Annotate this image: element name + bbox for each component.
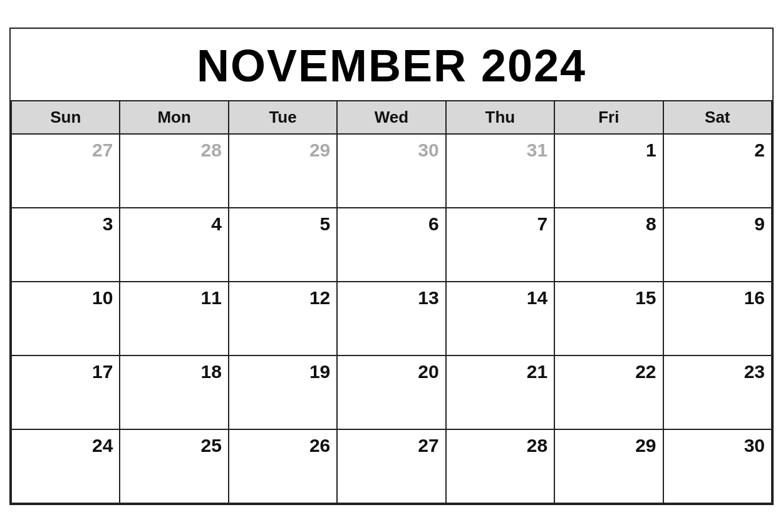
day-cell-w1-d6[interactable]: 9 xyxy=(664,208,772,282)
day-cell-w0-d3[interactable]: 30 xyxy=(338,135,446,208)
day-cell-w1-d5[interactable]: 8 xyxy=(555,208,663,282)
calendar-title: NOVEMBER 2024 xyxy=(11,29,772,101)
day-cell-w4-d1[interactable]: 25 xyxy=(120,430,229,504)
day-cell-w0-d6[interactable]: 2 xyxy=(664,135,772,208)
day-header-sun: Sun xyxy=(12,101,120,135)
day-cell-w3-d2[interactable]: 19 xyxy=(229,356,338,430)
day-cell-w4-d6[interactable]: 30 xyxy=(664,430,772,504)
day-header-fri: Fri xyxy=(555,101,663,135)
day-cell-w1-d2[interactable]: 5 xyxy=(229,208,338,282)
day-cell-w4-d2[interactable]: 26 xyxy=(229,430,338,504)
day-cell-w3-d6[interactable]: 23 xyxy=(664,356,772,430)
day-cell-w3-d5[interactable]: 22 xyxy=(555,356,663,430)
day-cell-w1-d4[interactable]: 7 xyxy=(447,208,555,282)
day-cell-w0-d0[interactable]: 27 xyxy=(12,135,120,208)
day-cell-w0-d1[interactable]: 28 xyxy=(120,135,229,208)
day-cell-w2-d0[interactable]: 10 xyxy=(12,282,120,356)
day-cell-w4-d5[interactable]: 29 xyxy=(555,430,663,504)
day-cell-w4-d0[interactable]: 24 xyxy=(12,430,120,504)
day-header-mon: Mon xyxy=(120,101,229,135)
day-cell-w0-d2[interactable]: 29 xyxy=(229,135,338,208)
day-cell-w4-d3[interactable]: 27 xyxy=(338,430,446,504)
calendar-grid: SunMonTueWedThuFriSat2728293031123456789… xyxy=(11,101,772,504)
day-cell-w1-d1[interactable]: 4 xyxy=(120,208,229,282)
day-cell-w2-d3[interactable]: 13 xyxy=(338,282,446,356)
day-cell-w2-d5[interactable]: 15 xyxy=(555,282,663,356)
day-cell-w3-d1[interactable]: 18 xyxy=(120,356,229,430)
day-header-thu: Thu xyxy=(447,101,555,135)
day-cell-w2-d2[interactable]: 12 xyxy=(229,282,338,356)
day-cell-w2-d1[interactable]: 11 xyxy=(120,282,229,356)
day-header-wed: Wed xyxy=(338,101,446,135)
day-cell-w4-d4[interactable]: 28 xyxy=(447,430,555,504)
calendar: NOVEMBER 2024 SunMonTueWedThuFriSat27282… xyxy=(9,28,774,505)
day-cell-w3-d3[interactable]: 20 xyxy=(338,356,446,430)
day-cell-w0-d4[interactable]: 31 xyxy=(447,135,555,208)
day-cell-w1-d0[interactable]: 3 xyxy=(12,208,120,282)
day-header-tue: Tue xyxy=(229,101,338,135)
day-cell-w2-d6[interactable]: 16 xyxy=(664,282,772,356)
day-cell-w1-d3[interactable]: 6 xyxy=(338,208,446,282)
day-cell-w2-d4[interactable]: 14 xyxy=(447,282,555,356)
day-cell-w0-d5[interactable]: 1 xyxy=(555,135,663,208)
day-cell-w3-d0[interactable]: 17 xyxy=(12,356,120,430)
day-header-sat: Sat xyxy=(664,101,772,135)
day-cell-w3-d4[interactable]: 21 xyxy=(447,356,555,430)
